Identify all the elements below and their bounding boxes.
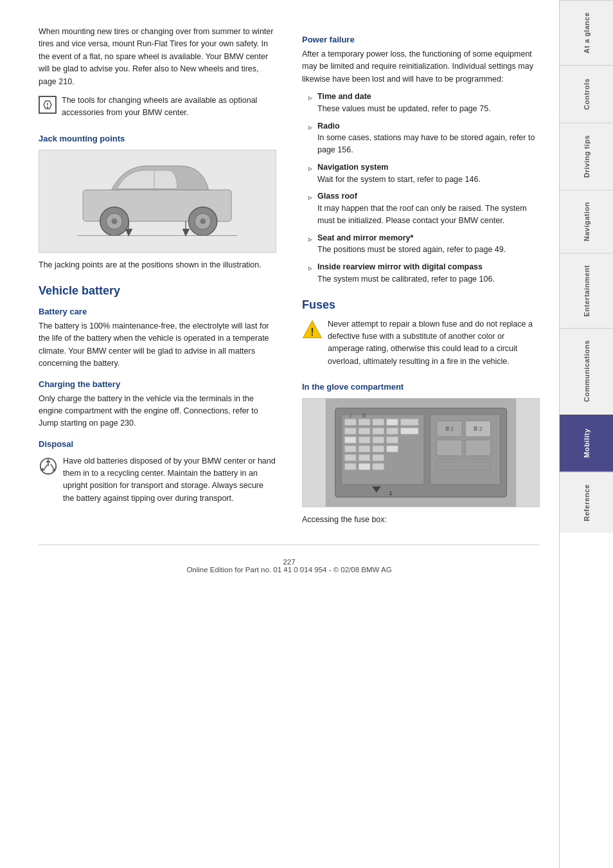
item-seat-mirror-detail: The positions must be stored again, refe… (317, 245, 506, 254)
svg-rect-41 (359, 455, 370, 461)
tab-mobility[interactable]: Mobility (560, 414, 613, 472)
item-radio-detail: In some cases, stations may have to be s… (317, 133, 535, 154)
tab-controls[interactable]: Controls (560, 65, 613, 123)
list-item-glass-roof: ▹ Glass roof It may happen that the roof… (308, 190, 540, 226)
svg-rect-51 (437, 440, 463, 456)
svg-text:2: 2 (349, 413, 351, 419)
jack-section-title: Jack mounting points (39, 134, 276, 143)
svg-rect-34 (373, 437, 384, 443)
item-navigation-content: Navigation system Wait for the system to… (317, 161, 481, 186)
tools-note: The tools for changing wheels are availa… (39, 95, 276, 125)
left-column: When mounting new tires or changing over… (39, 26, 276, 532)
page-number: 227 (283, 558, 295, 566)
svg-rect-27 (344, 428, 356, 435)
svg-rect-40 (344, 455, 356, 461)
svg-text:Ⅲ 2: Ⅲ 2 (445, 426, 454, 433)
svg-text:1: 1 (389, 490, 393, 496)
disposal-subtitle: Disposal (39, 439, 276, 449)
item-glass-roof-content: Glass roof It may happen that the roof c… (317, 190, 540, 226)
item-glass-roof-label: Glass roof (317, 192, 357, 201)
bullet-arrow-6: ▹ (308, 262, 312, 274)
footer-text: Online Edition for Part no. 01 41 0 014 … (186, 566, 391, 574)
item-mirror-compass-content: Inside rearview mirror with digital comp… (317, 261, 495, 285)
svg-rect-28 (359, 428, 370, 435)
svg-point-7 (112, 218, 118, 224)
charging-subtitle: Charging the battery (39, 379, 276, 389)
item-navigation-detail: Wait for the system to start, refer to p… (317, 175, 481, 184)
note-icon (39, 96, 57, 114)
svg-rect-26 (400, 419, 418, 426)
recycling-icon (39, 457, 58, 476)
vehicle-battery-title: Vehicle battery (39, 284, 276, 298)
svg-rect-53 (437, 459, 491, 471)
tab-driving-tips[interactable]: Driving tips (560, 123, 613, 190)
item-radio-label: Radio (317, 122, 340, 131)
item-time-date-content: Time and date These values must be updat… (317, 91, 491, 115)
item-radio-content: Radio In some cases, stations may have t… (317, 120, 540, 156)
svg-point-2 (48, 107, 48, 107)
svg-rect-43 (344, 464, 356, 470)
svg-rect-22 (344, 419, 356, 426)
battery-care-text: The battery is 100% maintenance-free, th… (39, 320, 276, 370)
item-seat-mirror-content: Seat and mirror memory* The positions mu… (317, 232, 506, 257)
svg-rect-29 (373, 428, 384, 435)
list-item-radio: ▹ Radio In some cases, stations may have… (308, 120, 540, 156)
bullet-arrow-2: ▹ (308, 122, 312, 133)
tab-entertainment[interactable]: Entertainment (560, 253, 613, 328)
item-mirror-compass-detail: The system must be calibrated, refer to … (317, 275, 495, 284)
list-item-mirror-compass: ▹ Inside rearview mirror with digital co… (308, 261, 540, 285)
bullet-arrow-5: ▹ (308, 233, 312, 245)
list-item-seat-mirror: ▹ Seat and mirror memory* The positions … (308, 232, 540, 257)
svg-rect-35 (387, 437, 398, 443)
svg-rect-32 (344, 437, 356, 443)
svg-rect-42 (373, 455, 384, 461)
item-time-date-label: Time and date (317, 92, 371, 101)
tools-note-text: The tools for changing wheels are availa… (62, 95, 276, 120)
svg-text:Ⅲ: Ⅲ (362, 413, 366, 419)
tab-at-a-glance[interactable]: At a glance (560, 0, 613, 65)
power-failure-title: Power failure (302, 35, 540, 44)
bullet-arrow-3: ▹ (308, 163, 312, 174)
item-mirror-compass-label: Inside rearview mirror with digital comp… (317, 262, 483, 271)
tab-communications[interactable]: Communications (560, 328, 613, 413)
tab-navigation[interactable]: Navigation (560, 190, 613, 253)
svg-text:!: ! (310, 327, 314, 338)
bullet-arrow-1: ▹ (308, 92, 312, 104)
svg-rect-36 (344, 446, 356, 452)
fuses-warning-text: Never attempt to repair a blown fuse and… (328, 318, 540, 368)
tab-reference[interactable]: Reference (560, 472, 613, 533)
item-time-date-detail: These values must be updated, refer to p… (317, 104, 491, 113)
svg-rect-45 (373, 464, 384, 470)
bullet-arrow-4: ▹ (308, 192, 312, 203)
svg-text:Ⅲ 2: Ⅲ 2 (474, 426, 482, 433)
svg-rect-37 (359, 446, 370, 452)
intro-text: When mounting new tires or changing over… (39, 26, 276, 88)
svg-rect-24 (373, 419, 384, 426)
warning-triangle-icon: ! (302, 320, 323, 340)
item-navigation-label: Navigation system (317, 163, 388, 172)
power-failure-list: ▹ Time and date These values must be upd… (308, 91, 540, 285)
fuse-box-caption: Accessing the fuse box: (302, 514, 540, 526)
jack-caption: The jacking points are at the positions … (39, 259, 276, 271)
list-item-navigation: ▹ Navigation system Wait for the system … (308, 161, 540, 186)
svg-point-10 (200, 218, 206, 224)
svg-rect-33 (359, 437, 370, 443)
right-column: Power failure After a temporary power lo… (302, 26, 540, 532)
battery-care-subtitle: Battery care (39, 307, 276, 316)
right-tab-bar: At a glance Controls Driving tips Naviga… (559, 0, 613, 868)
item-seat-mirror-label: Seat and mirror memory* (317, 233, 413, 242)
fuses-title: Fuses (302, 298, 540, 312)
fuses-warning: ! Never attempt to repair a blown fuse a… (302, 318, 540, 374)
svg-rect-44 (359, 464, 370, 470)
svg-rect-52 (465, 440, 491, 456)
jack-image (39, 150, 276, 253)
svg-rect-38 (373, 446, 384, 452)
glove-compartment-subtitle: In the glove compartment (302, 382, 540, 392)
svg-rect-31 (400, 428, 418, 435)
fuse-box-image: 2 Ⅲ Ⅲ 2 Ⅲ 2 1 (302, 398, 540, 507)
svg-rect-25 (387, 419, 398, 426)
power-failure-text: After a temporary power loss, the functi… (302, 48, 540, 86)
charging-text: Only charge the battery in the vehicle v… (39, 393, 276, 430)
item-glass-roof-detail: It may happen that the roof can only be … (317, 204, 527, 225)
disposal-text: Have old batteries disposed of by your B… (63, 455, 276, 505)
